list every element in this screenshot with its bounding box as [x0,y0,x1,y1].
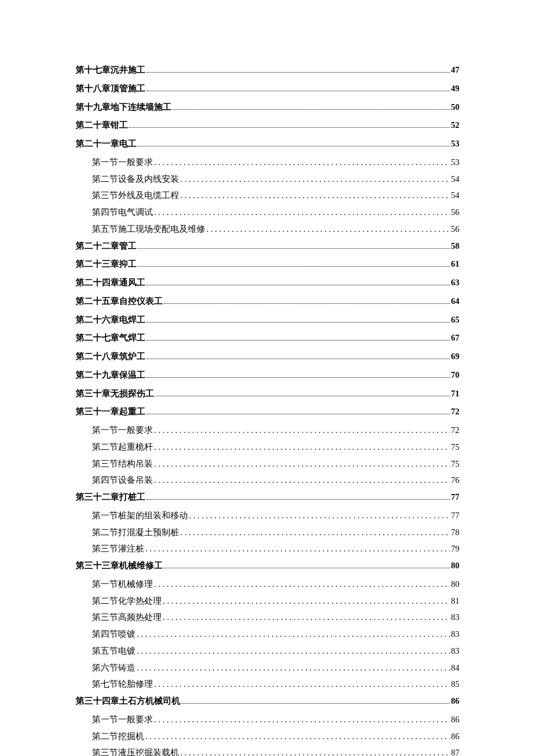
toc-page-number: 61 [451,258,460,271]
toc-page-number: 56 [451,206,460,219]
toc-leader-dots [206,223,450,233]
toc-chapter[interactable]: 第二十一章电工53 [76,138,459,151]
toc-page-number: 65 [451,314,460,327]
toc-leader-dots [154,678,450,688]
toc-leader-dots [181,697,450,704]
toc-chapter[interactable]: 第十八章顶管施工49 [76,83,459,95]
toc-section[interactable]: 第二节挖掘机86 [76,730,459,743]
toc-label: 第七节轮胎修理 [92,678,153,691]
toc-section[interactable]: 第七节轮胎修理85 [76,678,459,691]
toc-label: 第一节一般要求 [92,424,153,437]
toc-leader-dots [154,424,450,434]
toc-leader-dots [163,611,450,621]
toc-chapter[interactable]: 第三十一章起重工72 [76,406,459,418]
toc-page-number: 49 [451,83,460,95]
toc-label: 第二节挖掘机 [92,730,144,743]
toc-section[interactable]: 第三节外线及电缆工程54 [76,189,459,202]
toc-leader-dots [147,371,450,378]
toc-leader-dots [154,441,450,451]
toc-label: 第二十九章保温工 [76,369,145,382]
toc-section[interactable]: 第一节桩架的组装和移动77 [76,510,459,522]
toc-label: 第十八章顶管施工 [76,83,145,95]
toc-chapter[interactable]: 第三十三章机械维修工80 [76,560,459,572]
toc-section[interactable]: 第四节喷镀83 [76,628,459,641]
toc-label: 第三十章无损探伤工 [76,388,154,400]
toc-label: 第三十二章打桩工 [76,491,145,504]
toc-chapter[interactable]: 第三十章无损探伤工71 [76,388,459,400]
toc-label: 第三节外线及电缆工程 [92,189,179,202]
toc-page-number: 72 [451,424,460,437]
toc-leader-dots [163,595,450,605]
toc-label: 第三十一章起重工 [76,406,145,418]
toc-leader-dots [189,510,450,519]
toc-leader-dots [138,242,450,249]
toc-chapter[interactable]: 第二十八章筑炉工69 [76,350,459,363]
toc-section[interactable]: 第二节化学热处理81 [76,595,459,608]
toc-section[interactable]: 第四节电气调试56 [76,206,459,219]
toc-page-number: 76 [451,474,460,487]
toc-chapter[interactable]: 第二十章钳工52 [76,119,459,132]
toc-page-number: 56 [451,223,460,236]
toc-leader-dots [138,260,450,267]
toc-section[interactable]: 第二节设备及内线安装54 [76,173,459,186]
toc-page-number: 63 [451,277,460,289]
toc-chapter[interactable]: 第十九章地下连续墙施工50 [76,101,459,114]
toc-page-number: 70 [451,369,460,382]
toc-section[interactable]: 第四节设备吊装76 [76,474,459,487]
toc-section[interactable]: 第六节铸造84 [76,662,459,675]
toc-label: 第二十一章电工 [76,138,137,151]
toc-leader-dots [137,628,450,638]
toc-chapter[interactable]: 第二十七章气焊工67 [76,332,459,345]
toc-leader-dots [180,189,450,199]
toc-chapter[interactable]: 第二十二章管工58 [76,240,459,253]
toc-chapter[interactable]: 第二十六章电焊工65 [76,314,459,327]
toc-section[interactable]: 第三节灌注桩79 [76,543,459,556]
toc-label: 第二十八章筑炉工 [76,350,145,363]
toc-label: 第二节设备及内线安装 [92,173,179,186]
toc-page-number: 79 [451,543,460,556]
toc-leader-dots [147,408,450,415]
toc-page-number: 78 [451,526,460,539]
toc-leader-dots [147,84,450,91]
toc-section[interactable]: 第五节施工现场变配电及维修56 [76,223,459,236]
toc-page-number: 72 [451,406,460,418]
toc-leader-dots [180,173,450,183]
toc-label: 第二十七章气焊工 [76,332,145,345]
toc-section[interactable]: 第一节机械修理80 [76,578,459,591]
toc-label: 第三十三章机械维修工 [76,560,163,572]
toc-chapter[interactable]: 第三十四章土石方机械司机86 [76,695,459,708]
toc-section[interactable]: 第三节高频热处理83 [76,611,459,624]
toc-page-number: 86 [451,714,460,726]
table-of-contents: 第十七章沉井施工47第十八章顶管施工49第十九章地下连续墙施工50第二十章钳工5… [76,64,459,756]
toc-leader-dots [145,730,450,740]
toc-section[interactable]: 第三节液压挖掘装载机87 [76,747,459,756]
toc-leader-dots [137,662,450,672]
toc-leader-dots [154,474,450,484]
toc-chapter[interactable]: 第二十九章保温工70 [76,369,459,382]
toc-section[interactable]: 第一节一般要求72 [76,424,459,437]
toc-label: 第四节电气调试 [92,206,153,219]
toc-chapter[interactable]: 第二十三章抑工61 [76,258,459,271]
toc-leader-dots [180,747,450,756]
toc-section[interactable]: 第一节一般要求86 [76,714,459,726]
toc-page-number: 85 [451,678,460,691]
toc-section[interactable]: 第二节打混凝土预制桩78 [76,526,459,539]
toc-label: 第二节化学热处理 [92,595,162,608]
toc-chapter[interactable]: 第二十四章通风工63 [76,277,459,289]
toc-page-number: 50 [451,101,460,114]
toc-page-number: 69 [451,350,460,363]
toc-section[interactable]: 第三节结构吊装75 [76,458,459,471]
toc-leader-dots [154,458,450,468]
toc-page-number: 75 [451,441,460,454]
toc-section[interactable]: 第五节电镀83 [76,645,459,658]
toc-page-number: 87 [451,747,460,756]
toc-label: 第十七章沉井施工 [76,64,145,77]
toc-chapter[interactable]: 第十七章沉井施工47 [76,64,459,77]
toc-section[interactable]: 第一节一般要求53 [76,156,459,169]
toc-page-number: 80 [451,560,460,572]
toc-section[interactable]: 第二节起重桅杆75 [76,441,459,454]
toc-leader-dots [147,278,450,285]
toc-leader-dots [138,139,450,146]
toc-chapter[interactable]: 第三十二章打桩工77 [76,491,459,504]
toc-chapter[interactable]: 第二十五章自控仪表工64 [76,295,459,308]
